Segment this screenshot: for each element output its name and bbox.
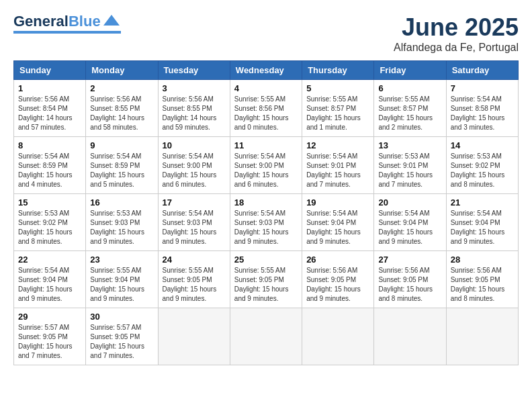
svg-marker-0 bbox=[103, 15, 120, 26]
day-26: 26 Sunrise: 5:56 AMSunset: 9:05 PMDaylig… bbox=[302, 251, 374, 308]
logo-icon bbox=[102, 13, 121, 30]
day-30: 30 Sunrise: 5:57 AMSunset: 9:05 PMDaylig… bbox=[86, 308, 158, 365]
logo: GeneralBlue bbox=[13, 13, 121, 34]
month-year-title: June 2025 bbox=[394, 13, 519, 42]
day-1: 1 Sunrise: 5:56 AMSunset: 8:54 PMDayligh… bbox=[14, 80, 86, 137]
day-23: 23 Sunrise: 5:55 AMSunset: 9:04 PMDaylig… bbox=[86, 251, 158, 308]
header-monday: Monday bbox=[86, 61, 158, 80]
day-20: 20 Sunrise: 5:54 AMSunset: 9:04 PMDaylig… bbox=[374, 194, 446, 251]
header-tuesday: Tuesday bbox=[158, 61, 230, 80]
day-14: 14 Sunrise: 5:53 AMSunset: 9:02 PMDaylig… bbox=[446, 137, 518, 194]
day-17: 17 Sunrise: 5:54 AMSunset: 9:03 PMDaylig… bbox=[158, 194, 230, 251]
day-8: 8 Sunrise: 5:54 AMSunset: 8:59 PMDayligh… bbox=[14, 137, 86, 194]
day-9: 9 Sunrise: 5:54 AMSunset: 8:59 PMDayligh… bbox=[86, 137, 158, 194]
day-5: 5 Sunrise: 5:55 AMSunset: 8:57 PMDayligh… bbox=[302, 80, 374, 137]
empty-cell-5 bbox=[446, 308, 518, 365]
day-4: 4 Sunrise: 5:55 AMSunset: 8:56 PMDayligh… bbox=[230, 80, 302, 137]
weekday-header-row: Sunday Monday Tuesday Wednesday Thursday… bbox=[14, 61, 519, 80]
day-11: 11 Sunrise: 5:54 AMSunset: 9:00 PMDaylig… bbox=[230, 137, 302, 194]
day-3: 3 Sunrise: 5:56 AMSunset: 8:55 PMDayligh… bbox=[158, 80, 230, 137]
page-header: GeneralBlue June 2025 Alfandega da Fe, P… bbox=[13, 13, 519, 54]
empty-cell-2 bbox=[230, 308, 302, 365]
empty-cell-1 bbox=[158, 308, 230, 365]
week-row-1: 1 Sunrise: 5:56 AMSunset: 8:54 PMDayligh… bbox=[14, 80, 519, 137]
day-25: 25 Sunrise: 5:55 AMSunset: 9:05 PMDaylig… bbox=[230, 251, 302, 308]
day-12: 12 Sunrise: 5:54 AMSunset: 9:01 PMDaylig… bbox=[302, 137, 374, 194]
day-6: 6 Sunrise: 5:55 AMSunset: 8:57 PMDayligh… bbox=[374, 80, 446, 137]
day-19: 19 Sunrise: 5:54 AMSunset: 9:04 PMDaylig… bbox=[302, 194, 374, 251]
day-13: 13 Sunrise: 5:53 AMSunset: 9:01 PMDaylig… bbox=[374, 137, 446, 194]
week-row-2: 8 Sunrise: 5:54 AMSunset: 8:59 PMDayligh… bbox=[14, 137, 519, 194]
day-22: 22 Sunrise: 5:54 AMSunset: 9:04 PMDaylig… bbox=[14, 251, 86, 308]
week-row-4: 22 Sunrise: 5:54 AMSunset: 9:04 PMDaylig… bbox=[14, 251, 519, 308]
day-7: 7 Sunrise: 5:54 AMSunset: 8:58 PMDayligh… bbox=[446, 80, 518, 137]
header-friday: Friday bbox=[374, 61, 446, 80]
day-29: 29 Sunrise: 5:57 AMSunset: 9:05 PMDaylig… bbox=[14, 308, 86, 365]
day-10: 10 Sunrise: 5:54 AMSunset: 9:00 PMDaylig… bbox=[158, 137, 230, 194]
header-saturday: Saturday bbox=[446, 61, 518, 80]
week-row-5: 29 Sunrise: 5:57 AMSunset: 9:05 PMDaylig… bbox=[14, 308, 519, 365]
header-thursday: Thursday bbox=[302, 61, 374, 80]
empty-cell-4 bbox=[374, 308, 446, 365]
day-16: 16 Sunrise: 5:53 AMSunset: 9:03 PMDaylig… bbox=[86, 194, 158, 251]
day-24: 24 Sunrise: 5:55 AMSunset: 9:05 PMDaylig… bbox=[158, 251, 230, 308]
title-area: June 2025 Alfandega da Fe, Portugal bbox=[394, 13, 519, 54]
logo-bar bbox=[13, 31, 121, 34]
week-row-3: 15 Sunrise: 5:53 AMSunset: 9:02 PMDaylig… bbox=[14, 194, 519, 251]
day-28: 28 Sunrise: 5:56 AMSunset: 9:05 PMDaylig… bbox=[446, 251, 518, 308]
calendar-table: Sunday Monday Tuesday Wednesday Thursday… bbox=[13, 60, 519, 365]
day-15: 15 Sunrise: 5:53 AMSunset: 9:02 PMDaylig… bbox=[14, 194, 86, 251]
logo-text: GeneralBlue bbox=[13, 14, 101, 29]
day-2: 2 Sunrise: 5:56 AMSunset: 8:55 PMDayligh… bbox=[86, 80, 158, 137]
day-18: 18 Sunrise: 5:54 AMSunset: 9:03 PMDaylig… bbox=[230, 194, 302, 251]
day-21: 21 Sunrise: 5:54 AMSunset: 9:04 PMDaylig… bbox=[446, 194, 518, 251]
header-sunday: Sunday bbox=[14, 61, 86, 80]
empty-cell-3 bbox=[302, 308, 374, 365]
header-wednesday: Wednesday bbox=[230, 61, 302, 80]
location-subtitle: Alfandega da Fe, Portugal bbox=[394, 42, 519, 54]
day-27: 27 Sunrise: 5:56 AMSunset: 9:05 PMDaylig… bbox=[374, 251, 446, 308]
